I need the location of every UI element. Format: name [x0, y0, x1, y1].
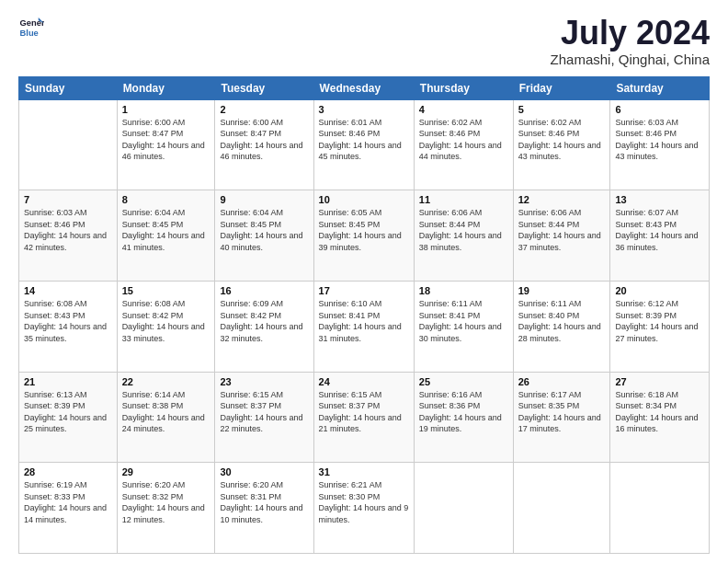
table-row — [610, 463, 710, 554]
day-number: 20 — [615, 285, 704, 296]
cell-sunset: Sunset: 8:44 PM — [419, 220, 481, 229]
location: Zhamashi, Qinghai, China — [551, 52, 710, 67]
header-row: Sunday Monday Tuesday Wednesday Thursday… — [19, 76, 710, 99]
title-area: July 2024 Zhamashi, Qinghai, China — [551, 15, 710, 67]
day-number: 31 — [319, 466, 409, 477]
cell-sunset: Sunset: 8:31 PM — [220, 492, 281, 501]
cell-daylight: Daylight: 14 hours and 17 minutes. — [518, 413, 601, 434]
cell-sunrise: Sunrise: 6:20 AM — [122, 480, 186, 489]
day-number: 16 — [220, 285, 308, 296]
cell-sunrise: Sunrise: 6:02 AM — [518, 118, 582, 127]
cell-sunset: Sunset: 8:30 PM — [319, 492, 381, 501]
day-number: 21 — [24, 376, 112, 387]
cell-daylight: Daylight: 14 hours and 43 minutes. — [615, 141, 698, 162]
cell-daylight: Daylight: 14 hours and 9 minutes. — [319, 503, 409, 524]
day-number: 17 — [319, 285, 409, 296]
table-row: 22 Sunrise: 6:14 AM Sunset: 8:38 PM Dayl… — [117, 372, 215, 463]
cell-daylight: Daylight: 14 hours and 28 minutes. — [518, 322, 601, 343]
cell-sunrise: Sunrise: 6:06 AM — [518, 208, 582, 217]
table-row: 1 Sunrise: 6:00 AM Sunset: 8:47 PM Dayli… — [117, 99, 215, 190]
cell-daylight: Daylight: 14 hours and 46 minutes. — [122, 141, 205, 162]
table-row: 30 Sunrise: 6:20 AM Sunset: 8:31 PM Dayl… — [215, 463, 313, 554]
cell-sunrise: Sunrise: 6:03 AM — [24, 208, 87, 217]
cell-daylight: Daylight: 14 hours and 21 minutes. — [319, 413, 402, 434]
cell-sunrise: Sunrise: 6:15 AM — [220, 390, 283, 399]
cell-daylight: Daylight: 14 hours and 27 minutes. — [615, 322, 698, 343]
day-number: 23 — [220, 376, 308, 387]
day-number: 4 — [419, 104, 508, 115]
cell-sunrise: Sunrise: 6:10 AM — [319, 299, 382, 308]
header-sunday: Sunday — [19, 76, 118, 99]
cell-sunrise: Sunrise: 6:19 AM — [24, 480, 87, 489]
table-row: 11 Sunrise: 6:06 AM Sunset: 8:44 PM Dayl… — [414, 190, 513, 282]
table-row: 18 Sunrise: 6:11 AM Sunset: 8:41 PM Dayl… — [414, 281, 513, 372]
cell-daylight: Daylight: 14 hours and 44 minutes. — [419, 141, 502, 162]
cell-sunrise: Sunrise: 6:06 AM — [419, 208, 483, 217]
header-saturday: Saturday — [610, 76, 710, 99]
cell-sunset: Sunset: 8:46 PM — [518, 129, 580, 138]
cell-sunrise: Sunrise: 6:16 AM — [419, 390, 483, 399]
cell-sunset: Sunset: 8:46 PM — [615, 129, 677, 138]
cell-sunrise: Sunrise: 6:12 AM — [615, 299, 678, 308]
header: General Blue July 2024 Zhamashi, Qinghai… — [18, 15, 710, 67]
cell-sunset: Sunset: 8:46 PM — [319, 129, 381, 138]
table-row: 14 Sunrise: 6:08 AM Sunset: 8:43 PM Dayl… — [19, 281, 118, 372]
day-number: 6 — [615, 104, 704, 115]
cell-sunset: Sunset: 8:42 PM — [220, 311, 281, 320]
table-row — [513, 463, 610, 554]
cell-sunrise: Sunrise: 6:14 AM — [122, 390, 186, 399]
day-number: 1 — [122, 104, 210, 115]
table-row: 6 Sunrise: 6:03 AM Sunset: 8:46 PM Dayli… — [610, 99, 710, 190]
table-row: 16 Sunrise: 6:09 AM Sunset: 8:42 PM Dayl… — [215, 281, 313, 372]
table-row: 15 Sunrise: 6:08 AM Sunset: 8:42 PM Dayl… — [117, 281, 215, 372]
day-number: 15 — [122, 285, 210, 296]
cell-daylight: Daylight: 14 hours and 33 minutes. — [122, 322, 205, 343]
cell-sunset: Sunset: 8:36 PM — [419, 401, 481, 410]
cell-sunset: Sunset: 8:39 PM — [615, 311, 677, 320]
cell-daylight: Daylight: 14 hours and 41 minutes. — [122, 231, 205, 252]
table-row: 2 Sunrise: 6:00 AM Sunset: 8:47 PM Dayli… — [215, 99, 313, 190]
cell-sunrise: Sunrise: 6:13 AM — [24, 390, 87, 399]
table-row: 7 Sunrise: 6:03 AM Sunset: 8:46 PM Dayli… — [19, 190, 118, 282]
calendar-row: 7 Sunrise: 6:03 AM Sunset: 8:46 PM Dayli… — [19, 190, 710, 282]
calendar-row: 28 Sunrise: 6:19 AM Sunset: 8:33 PM Dayl… — [19, 463, 710, 554]
day-number: 7 — [24, 194, 112, 205]
cell-daylight: Daylight: 14 hours and 36 minutes. — [615, 231, 698, 252]
cell-daylight: Daylight: 14 hours and 39 minutes. — [319, 231, 402, 252]
cell-sunset: Sunset: 8:35 PM — [518, 401, 580, 410]
cell-daylight: Daylight: 14 hours and 45 minutes. — [319, 141, 402, 162]
logo: General Blue — [18, 15, 44, 40]
cell-sunrise: Sunrise: 6:11 AM — [419, 299, 483, 308]
cell-sunset: Sunset: 8:45 PM — [220, 220, 281, 229]
cell-daylight: Daylight: 14 hours and 31 minutes. — [319, 322, 402, 343]
cell-sunrise: Sunrise: 6:00 AM — [220, 118, 283, 127]
day-number: 12 — [518, 194, 606, 205]
cell-sunrise: Sunrise: 6:17 AM — [518, 390, 582, 399]
day-number: 13 — [615, 194, 704, 205]
cell-daylight: Daylight: 14 hours and 46 minutes. — [220, 141, 302, 162]
cell-daylight: Daylight: 14 hours and 16 minutes. — [615, 413, 698, 434]
cell-daylight: Daylight: 14 hours and 38 minutes. — [419, 231, 502, 252]
day-number: 3 — [319, 104, 409, 115]
cell-sunset: Sunset: 8:32 PM — [122, 492, 184, 501]
day-number: 11 — [419, 194, 508, 205]
table-row: 19 Sunrise: 6:11 AM Sunset: 8:40 PM Dayl… — [513, 281, 610, 372]
cell-sunset: Sunset: 8:39 PM — [24, 401, 85, 410]
cell-daylight: Daylight: 14 hours and 25 minutes. — [24, 413, 107, 434]
cell-daylight: Daylight: 14 hours and 37 minutes. — [518, 231, 601, 252]
month-title: July 2024 — [551, 15, 710, 52]
cell-sunrise: Sunrise: 6:04 AM — [220, 208, 283, 217]
cell-sunrise: Sunrise: 6:21 AM — [319, 480, 382, 489]
calendar-row: 21 Sunrise: 6:13 AM Sunset: 8:39 PM Dayl… — [19, 372, 710, 463]
calendar-page: General Blue July 2024 Zhamashi, Qinghai… — [0, 0, 728, 563]
cell-sunset: Sunset: 8:47 PM — [122, 129, 184, 138]
cell-sunrise: Sunrise: 6:00 AM — [122, 118, 186, 127]
table-row: 10 Sunrise: 6:05 AM Sunset: 8:45 PM Dayl… — [313, 190, 414, 282]
table-row: 28 Sunrise: 6:19 AM Sunset: 8:33 PM Dayl… — [19, 463, 118, 554]
day-number: 9 — [220, 194, 308, 205]
cell-sunset: Sunset: 8:44 PM — [518, 220, 580, 229]
cell-sunrise: Sunrise: 6:15 AM — [319, 390, 382, 399]
day-number: 30 — [220, 466, 308, 477]
table-row: 12 Sunrise: 6:06 AM Sunset: 8:44 PM Dayl… — [513, 190, 610, 282]
cell-sunset: Sunset: 8:42 PM — [122, 311, 184, 320]
